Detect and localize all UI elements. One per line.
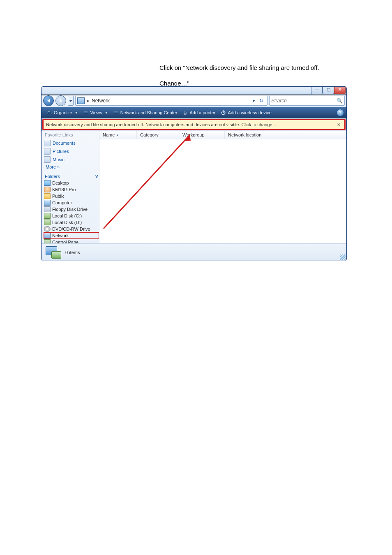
maximize-button[interactable]: ▢ — [323, 86, 334, 94]
info-bar-close-button[interactable]: ✕ — [335, 121, 342, 128]
status-bar: 0 items — [42, 243, 346, 261]
svg-line-0 — [104, 135, 190, 229]
fav-music[interactable]: Music — [44, 155, 99, 164]
minimize-button[interactable]: — — [311, 86, 323, 94]
navigation-pane: Favorite Links Documents Pictures Music … — [42, 131, 99, 243]
info-bar-text: Network discovery and file sharing are t… — [46, 122, 276, 127]
breadcrumb-separator-icon: ▶ — [87, 99, 90, 103]
search-placeholder: Search — [271, 98, 287, 104]
col-name[interactable]: Name▲ — [99, 131, 137, 139]
views-icon: ☰ — [83, 110, 89, 116]
cmd-add-wireless-device[interactable]: ⏻ Add a wireless device — [218, 110, 274, 116]
pictures-icon — [44, 148, 51, 155]
col-workgroup-label: Workgroup — [182, 132, 205, 137]
tree-desktop[interactable]: Desktop — [44, 180, 99, 186]
window-controls: — ▢ ✕ — [311, 86, 346, 94]
close-button[interactable]: ✕ — [334, 86, 346, 94]
fav-documents-label: Documents — [53, 141, 76, 146]
computer-icon — [44, 200, 51, 206]
col-network-location[interactable]: Network location — [225, 131, 346, 139]
sort-asc-icon: ▲ — [116, 133, 119, 137]
col-location-label: Network location — [228, 132, 261, 137]
tree-computer-label: Computer — [52, 200, 72, 205]
tree-floppy-label: Floppy Disk Drive — [52, 207, 88, 212]
organize-icon: 🗀 — [46, 110, 52, 116]
documents-icon — [44, 140, 51, 146]
refresh-button[interactable]: ↻ — [257, 97, 265, 105]
titlebar[interactable]: — ▢ ✕ — [42, 87, 346, 95]
desktop-icon — [44, 180, 51, 186]
folder-icon — [44, 193, 51, 199]
file-list[interactable]: Name▲ Category Workgroup Network locatio… — [99, 131, 346, 243]
chevron-down-icon: ▼ — [105, 111, 108, 115]
resize-grip[interactable] — [340, 254, 346, 260]
breadcrumb-location[interactable]: Network — [92, 98, 110, 104]
disc-icon — [44, 226, 51, 232]
explorer-window: — ▢ ✕ ▶ Network ▾ ↻ Search 🔍 — [41, 86, 347, 261]
fav-more[interactable]: More » — [44, 164, 99, 172]
instruction-line-1: Click on "Network discovery and file sha… — [159, 63, 319, 72]
address-bar: ▶ Network ▾ ↻ Search 🔍 — [42, 95, 346, 107]
tree-cp-label: Control Panel — [52, 240, 80, 243]
folders-header-label: Folders — [45, 174, 60, 179]
tree-public[interactable]: Public — [44, 193, 99, 199]
chevron-down-icon: ⅴ — [95, 173, 98, 179]
cmd-network-sharing-center[interactable]: ☷ Network and Sharing Center — [111, 110, 180, 116]
music-icon — [44, 156, 51, 163]
col-category[interactable]: Category — [137, 131, 179, 139]
tree-local-d-label: Local Disk (D:) — [52, 220, 82, 225]
help-button[interactable]: ? — [337, 109, 344, 116]
col-category-label: Category — [140, 132, 159, 137]
breadcrumb[interactable]: ▶ Network ▾ ↻ — [75, 96, 267, 106]
tree-computer[interactable]: Computer — [44, 199, 99, 206]
tree-public-label: Public — [52, 194, 65, 199]
address-dropdown-icon[interactable]: ▾ — [253, 99, 256, 103]
fav-documents[interactable]: Documents — [44, 139, 99, 147]
command-bar: 🗀 Organize ▼ ☰ Views ▼ ☷ Network and Sha… — [42, 107, 346, 118]
cmd-add-printer-label: Add a printer — [189, 110, 215, 115]
search-input[interactable]: Search 🔍 — [269, 96, 345, 106]
tree-user-label: KM18G Pro — [52, 187, 76, 192]
tree-floppy[interactable]: Floppy Disk Drive — [44, 206, 99, 213]
info-bar-network-discovery[interactable]: Network discovery and file sharing are t… — [42, 119, 346, 130]
cmd-organize-label: Organize — [54, 110, 72, 115]
tree-local-c[interactable]: Local Disk (C:) — [44, 213, 99, 219]
control-panel-icon — [44, 239, 51, 243]
tree-dvd[interactable]: DVD/CD-RW Drive — [44, 226, 99, 232]
user-icon — [44, 187, 51, 192]
drive-icon — [44, 213, 51, 219]
cmd-organize[interactable]: 🗀 Organize ▼ — [44, 110, 81, 116]
tree-control-panel[interactable]: Control Panel — [44, 239, 99, 243]
tree-dvd-label: DVD/CD-RW Drive — [52, 227, 90, 231]
tree-local-d[interactable]: Local Disk (D:) — [44, 219, 99, 226]
col-name-label: Name — [103, 132, 115, 137]
cmd-views[interactable]: ☰ Views ▼ — [81, 110, 111, 116]
folder-tree: Desktop KM18G Pro Public Computer Floppy… — [44, 180, 99, 243]
network-icon — [44, 233, 51, 238]
chevron-down-icon: ▼ — [75, 111, 78, 115]
nav-back-button[interactable] — [43, 95, 54, 106]
col-workgroup[interactable]: Workgroup — [179, 131, 225, 139]
tree-user[interactable]: KM18G Pro — [44, 186, 99, 193]
cmd-add-printer[interactable]: ⎙ Add a printer — [180, 110, 218, 116]
tree-desktop-label: Desktop — [52, 180, 69, 185]
nav-forward-button[interactable] — [55, 95, 66, 106]
status-item-count: 0 items — [65, 250, 80, 255]
favorite-links-header: Favorite Links — [44, 132, 99, 139]
fav-music-label: Music — [53, 157, 65, 162]
network-icon — [77, 97, 85, 104]
cmd-views-label: Views — [90, 110, 102, 115]
nsc-icon: ☷ — [113, 110, 119, 116]
chevron-down-icon — [69, 100, 72, 102]
status-thumbnail-icon — [45, 245, 61, 259]
wireless-icon: ⏻ — [220, 110, 226, 116]
tree-network[interactable]: Network — [44, 232, 99, 239]
nav-history-dropdown[interactable] — [68, 96, 74, 106]
fav-pictures[interactable]: Pictures — [44, 147, 99, 155]
search-icon[interactable]: 🔍 — [337, 98, 343, 104]
list-header: Name▲ Category Workgroup Network locatio… — [99, 131, 346, 139]
tree-network-label: Network — [52, 233, 69, 238]
folders-header[interactable]: Folders ⅴ — [44, 173, 99, 180]
floppy-icon — [44, 206, 51, 212]
explorer-body: Favorite Links Documents Pictures Music … — [42, 131, 346, 243]
